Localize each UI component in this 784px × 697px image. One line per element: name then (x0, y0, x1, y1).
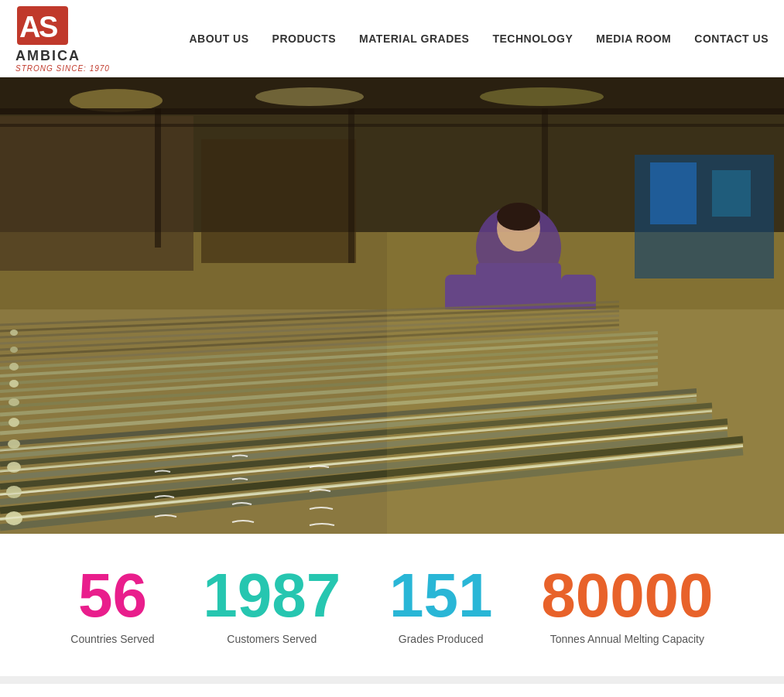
stats-section: 56 Countries Served 1987 Customers Serve… (0, 534, 784, 676)
svg-rect-14 (155, 108, 161, 248)
svg-point-57 (10, 330, 18, 336)
svg-point-65 (6, 486, 22, 498)
stat-grades-number: 151 (389, 565, 492, 627)
svg-rect-18 (650, 162, 697, 224)
svg-rect-11 (201, 139, 356, 263)
svg-point-59 (9, 363, 19, 371)
svg-rect-10 (0, 116, 193, 271)
svg-point-23 (497, 203, 540, 231)
svg-rect-13 (0, 124, 784, 127)
nav-about-us[interactable]: ABOUT US (189, 32, 248, 45)
svg-rect-12 (0, 108, 784, 114)
stat-tonnes-number: 80000 (541, 565, 713, 627)
header: A S AMBICA STRONG SINCE: 1970 ABOUT US P… (0, 0, 784, 77)
nav-products[interactable]: PRODUCTS (272, 32, 337, 45)
svg-point-8 (480, 87, 604, 106)
svg-point-58 (10, 347, 18, 353)
svg-point-60 (9, 380, 19, 388)
stat-customers-label: Customers Served (227, 633, 317, 645)
svg-point-7 (255, 87, 364, 106)
svg-rect-15 (348, 108, 354, 263)
stat-customers: 1987 Customers Served (203, 565, 341, 645)
svg-rect-71 (387, 232, 784, 534)
svg-point-61 (9, 398, 19, 406)
hero-section (0, 77, 784, 534)
svg-text:A: A (19, 11, 40, 43)
svg-text:S: S (39, 11, 58, 43)
stat-customers-number: 1987 (203, 565, 341, 627)
nav-technology[interactable]: TECHNOLOGY (492, 32, 573, 45)
logo-area: A S AMBICA STRONG SINCE: 1970 (15, 5, 110, 73)
brand-name: AMBICA (15, 48, 80, 64)
nav-material-grades[interactable]: MATERIAL GRADES (359, 32, 469, 45)
svg-point-62 (9, 418, 19, 427)
stat-grades-label: Grades Produced (399, 633, 484, 645)
stat-countries: 56 Countries Served (70, 565, 154, 645)
svg-rect-19 (712, 170, 751, 217)
bottom-bar (0, 676, 784, 684)
stat-countries-label: Countries Served (70, 633, 154, 645)
stat-countries-number: 56 (78, 565, 147, 627)
nav-media-room[interactable]: MEDIA ROOM (596, 32, 671, 45)
stat-tonnes: 80000 Tonnes Annual Melting Capacity (541, 565, 713, 645)
brand-tagline: STRONG SINCE: 1970 (15, 64, 110, 73)
hero-image (0, 77, 784, 534)
nav-contact-us[interactable]: CONTACT US (694, 32, 769, 45)
main-nav: ABOUT US PRODUCTS MATERIAL GRADES TECHNO… (189, 32, 769, 45)
logo-icon: A S (15, 5, 70, 51)
stat-grades: 151 Grades Produced (389, 565, 492, 645)
stat-tonnes-label: Tonnes Annual Melting Capacity (550, 633, 704, 645)
svg-point-63 (8, 439, 20, 449)
